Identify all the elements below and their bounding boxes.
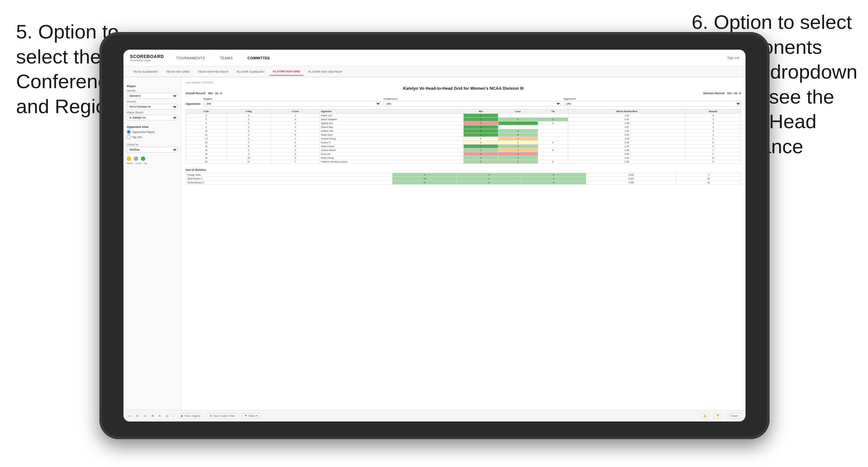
cell-conf: 1 — [271, 114, 320, 118]
subnav-team-h2h-grid[interactable]: TEAM H2H GRID — [162, 68, 193, 75]
cell-loss: 2 — [498, 148, 538, 152]
cell-diff: -0.94 — [568, 148, 686, 152]
cell-tie — [538, 156, 568, 160]
thumbs-down-btn[interactable]: 👎 — [714, 413, 721, 418]
dot-down-label: Down — [127, 162, 133, 165]
cell-opponent: Alexis Sudjianto — [320, 118, 464, 122]
cell-win: 0 — [464, 122, 498, 125]
out-of-division-title: Out of division — [186, 168, 741, 172]
cell-div: 19 — [186, 156, 227, 160]
dot-level — [134, 156, 138, 161]
ood-cell-win: 15 — [393, 177, 457, 181]
cell-loss: 3 — [498, 152, 538, 156]
ood-cell-win: 1 — [393, 173, 457, 177]
clock-icon[interactable]: ◷ — [166, 414, 168, 418]
content-area: Last Updated: 27/03/2024 Katelyn Vo Head… — [181, 77, 745, 422]
cell-conf: 4 — [271, 125, 320, 129]
bottom-toolbar: ↩ ↻ ↩ ⧉ ⧈ ◷ ▶ View: Original ⊞ Save Cust… — [123, 410, 745, 422]
paste-icon[interactable]: ⧈ — [159, 414, 161, 418]
colour-by-select[interactable]: Win/loss — [127, 147, 178, 153]
conference-select[interactable]: (All) — [383, 101, 561, 106]
cell-reg: 8 — [226, 145, 271, 148]
col-rounds: Rounds — [686, 109, 741, 114]
subnav-team-summary[interactable]: TEAM SUMMARY — [130, 68, 161, 75]
cell-rounds: 4 — [686, 145, 741, 148]
cell-rounds: 4 — [686, 129, 741, 133]
radio-top100[interactable]: Top 100 — [127, 135, 178, 139]
save-custom-view-btn[interactable]: ⊞ Save Custom View — [208, 413, 237, 418]
nav-tournaments[interactable]: TOURNAMENTS — [174, 55, 208, 61]
col-conf: # Conf — [271, 109, 320, 114]
cell-win: 2 — [464, 160, 498, 164]
cell-opponent: Sharon Mun — [320, 125, 464, 129]
cell-opponent: Eunice Yi — [320, 141, 464, 145]
watch-btn[interactable]: 👁 Watch ▾ — [242, 413, 260, 418]
out-of-division-table: Foreign Team 1 0 0 4.500 2 NAIA Division… — [186, 173, 741, 185]
col-reg: # Reg — [226, 109, 271, 114]
division-select[interactable]: NCAA Division III — [127, 104, 178, 110]
cell-reg: 11 — [226, 160, 271, 164]
cell-win: 0 — [464, 137, 498, 141]
cell-opponent: Andrea York — [320, 129, 464, 133]
cell-rounds: 7 — [686, 148, 741, 152]
sign-out-link[interactable]: Sign out — [727, 56, 739, 60]
subnav-player-summary[interactable]: PLAYER SUMMARY — [234, 68, 268, 75]
app-header: SCOREBOARD Powered by clippd TOURNAMENTS… — [123, 50, 745, 66]
radio-opponents-played[interactable]: Opponents Played — [127, 130, 178, 134]
ood-cell-win: 5 — [393, 181, 457, 185]
cell-loss: 0 — [498, 129, 538, 133]
save-icon: ⊞ — [210, 414, 212, 417]
nav-teams[interactable]: TEAMS — [217, 55, 235, 61]
share-btn[interactable]: ⤴ Share — [726, 413, 740, 418]
cell-diff: 4.00 — [568, 118, 686, 122]
cell-win: 2 — [464, 129, 498, 133]
gender-select[interactable]: Women's — [127, 93, 178, 99]
redo-icon[interactable]: ↻ — [136, 414, 139, 418]
player-rank-select[interactable]: 8. Katelyn Vo — [127, 115, 178, 121]
cell-loss: 0 — [498, 145, 538, 148]
cell-diff: -3.00 — [568, 137, 686, 141]
table-row: 13 1 1 Jessica Huang 0 1 -3.00 2 — [186, 137, 741, 141]
cell-rounds: 2 — [686, 152, 741, 156]
tablet-device: SCOREBOARD Powered by clippd TOURNAMENTS… — [99, 32, 770, 439]
region-select[interactable]: (All) — [204, 101, 381, 106]
ood-table-row: NAIA Division 1 15 0 0 9.267 30 — [186, 177, 741, 181]
cell-opponent: Jessica Huang — [320, 137, 464, 141]
opponent-view-label: Opponent view — [127, 125, 178, 128]
opponents-filter-label: Opponents: — [186, 102, 201, 106]
subnav-player-h2h-heatmap[interactable]: PLAYER H2H HEATMAP — [305, 68, 345, 75]
cell-div: 3 — [186, 114, 227, 118]
cell-diff: -5.00 — [568, 152, 686, 156]
cell-rounds: 3 — [686, 133, 741, 137]
cell-loss: 0 — [498, 118, 538, 122]
ood-cell-diff: 7.400 — [586, 181, 676, 185]
cell-div: 10 — [186, 129, 227, 133]
cell-tie: 0 — [538, 122, 568, 125]
subnav-team-h2h-heatmap[interactable]: TEAM H2H HEATMAP — [195, 68, 232, 75]
colour-dots — [127, 156, 178, 161]
copy-icon[interactable]: ⧉ — [152, 414, 154, 418]
gender-label: Gender — [127, 89, 178, 92]
logo: SCOREBOARD Powered by clippd — [130, 54, 164, 62]
cell-reg: 3 — [226, 122, 271, 125]
view-original-btn[interactable]: ▶ View: Original — [179, 413, 202, 418]
nav-committee[interactable]: COMMITTEE — [245, 55, 273, 61]
table-row: 16 3 3 Jessica Mason 1 2 0 -0.94 7 — [186, 148, 741, 152]
thumbs-up-btn[interactable]: 👍 — [701, 413, 709, 418]
cell-conf: 3 — [271, 129, 320, 133]
subnav-player-h2h-grid[interactable]: PLAYER H2H GRID — [270, 68, 304, 75]
cell-win: 1 — [464, 125, 498, 129]
main-content: Player Gender Women's Division NCAA Divi… — [123, 77, 745, 422]
opponent-select[interactable]: (All) — [564, 101, 741, 106]
view-icon: ▶ — [181, 414, 183, 417]
thumbs-down-icon: 👎 — [716, 414, 719, 417]
cell-loss — [498, 125, 538, 129]
cell-diff: 1.50 — [568, 114, 686, 118]
cell-loss: 0 — [498, 133, 538, 137]
undo2-icon[interactable]: ↩ — [144, 414, 147, 418]
cell-conf: 3 — [271, 122, 320, 125]
cell-win: 1 — [464, 133, 498, 137]
cell-diff: 0.38 — [568, 141, 686, 145]
ood-cell-rounds: 10 — [676, 181, 741, 185]
undo-icon[interactable]: ↩ — [129, 414, 131, 418]
